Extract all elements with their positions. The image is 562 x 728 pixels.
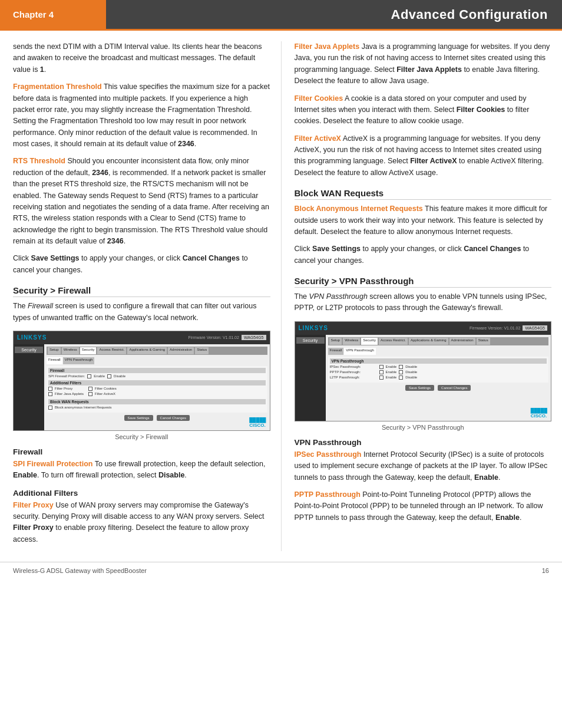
block-wan-heading: Block WAN Requests [295,188,552,200]
dtim-paragraph: sends the next DTIM with a DTIM Interval… [13,41,270,75]
filter-cookies-label: Filter Cookies [295,94,343,103]
ipsec-paragraph: IPSec Passthrough Internet Protocol Secu… [295,449,552,483]
footer-right: 16 [542,567,549,574]
firewall-subheading: Firewall [13,447,270,456]
ss-cisco-logo-2: █████CISCO. [531,408,547,419]
filter-proxy-label: Filter Proxy [13,501,54,509]
vpn-passthrough-heading: VPN Passthrough [295,438,552,447]
firewall-intro: The Firewall screen is used to configure… [13,301,270,324]
ss-cisco-logo: █████CISCO. [249,417,266,428]
additional-filters-heading: Additional Filters [13,489,270,498]
fragmentation-label: Fragmentation Threshold [13,83,102,91]
pptp-paragraph: PPTP Passthrough Point-to-Point Tunnelin… [295,489,552,523]
page-title: Advanced Configuration [106,0,562,29]
ss-security-sidebar: Security [15,347,43,353]
firewall-screenshot-caption: Security > Firewall [13,433,270,440]
right-column: Filter Java Applets Java is a programmin… [282,41,563,551]
pptp-label: PPTP Passthrough [295,490,361,499]
chapter-label: Chapter 4 [0,0,106,29]
block-anon-paragraph: Block Anonymous Internet Requests This f… [295,203,552,238]
vpn-screenshot-caption: Security > VPN Passthrough [295,424,552,431]
filter-activex-label: Filter ActiveX [295,134,341,143]
chapter-number: Chapter 4 [13,9,54,19]
title-text: Advanced Configuration [391,7,548,22]
rts-paragraph: RTS Threshold Should you encounter incon… [13,156,270,247]
left-column: sends the next DTIM with a DTIM Interval… [0,41,282,551]
security-firewall-heading: Security > Firewall [13,285,270,297]
filter-java-label: Filter Java Applets [295,42,360,51]
vpn-screenshot: LINKSYS Firmware Version: V1.01.02 WAG54… [295,321,552,421]
footer-left: Wireless-G ADSL Gateway with SpeedBooste… [13,567,147,574]
firewall-screenshot: LINKSYS Firmware Version: V1.01.02 WAG54… [13,331,270,431]
linksys-logo: LINKSYS [17,334,47,341]
page-footer: Wireless-G ADSL Gateway with SpeedBooste… [0,562,562,579]
linksys-logo-2: LINKSYS [299,325,328,331]
block-anon-label: Block Anonymous Internet Requests [295,205,423,213]
main-content: sends the next DTIM with a DTIM Interval… [0,31,562,551]
filter-cookies-paragraph: Filter Cookies A cookie is a data stored… [295,93,552,127]
ss-security-sidebar-2: Security [296,337,325,344]
save-settings-text-1: Click Save Settings to apply your change… [13,253,270,276]
page-header: Chapter 4 Advanced Configuration [0,0,562,31]
filter-java-paragraph: Filter Java Applets Java is a programmin… [295,41,552,87]
filter-activex-paragraph: Filter ActiveX ActiveX is a programming … [295,133,552,179]
save-settings-text-2: Click Save Settings to apply your change… [295,243,552,266]
ipsec-label: IPSec Passthrough [295,450,362,459]
security-vpn-heading: Security > VPN Passthrough [295,276,552,288]
spi-paragraph: SPI Firewall Protection To use firewall … [13,459,270,482]
rts-label: RTS Threshold [13,157,65,165]
vpn-intro: The VPN Passthrough screen allows you to… [295,291,552,314]
fragmentation-paragraph: Fragmentation Threshold This value speci… [13,81,270,150]
spi-label: SPI Firewall Protection [13,460,92,468]
filter-proxy-paragraph: Filter Proxy Use of WAN proxy servers ma… [13,500,270,546]
